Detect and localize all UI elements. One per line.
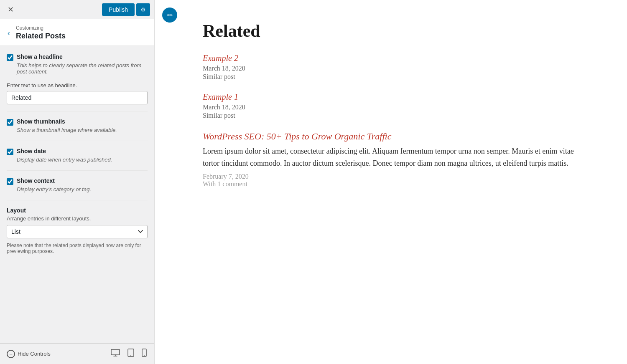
device-icons xyxy=(110,348,148,360)
post-date: February 7, 2020 xyxy=(203,173,579,180)
show-thumbnails-checkbox[interactable] xyxy=(7,119,13,126)
preview-area: ✏ Related Example 2 March 18, 2020 Simil… xyxy=(155,0,627,364)
preview-note: Please note that the related posts displ… xyxy=(7,243,148,254)
post-body: Lorem ipsum dolor sit amet, consectetur … xyxy=(203,145,579,169)
headline-field: Enter text to use as headline. xyxy=(7,82,148,104)
sidebar-content: Show a headline This helps to clearly se… xyxy=(0,46,154,343)
show-headline-desc: This helps to clearly separate the relat… xyxy=(17,62,148,75)
tablet-button[interactable] xyxy=(127,348,135,360)
hide-controls-icon: – xyxy=(7,350,15,358)
related-heading: Related xyxy=(203,21,579,41)
post-title-link[interactable]: Example 2 xyxy=(203,53,579,63)
edit-button[interactable]: ✏ xyxy=(162,8,177,23)
list-item: WordPress SEO: 50+ Tips to Grow Organic … xyxy=(203,131,579,188)
list-item: Example 1 March 18, 2020 Similar post xyxy=(203,92,579,119)
customizing-label: Customizing xyxy=(16,25,66,31)
show-thumbnails-option: Show thumbnails Show a thumbnail image w… xyxy=(7,118,148,133)
section-header: ‹ Customizing Related Posts xyxy=(0,19,154,46)
close-button[interactable]: ✕ xyxy=(4,3,17,16)
post-date: March 18, 2020 xyxy=(203,104,579,111)
sidebar: ✕ Publish ⚙ ‹ Customizing Related Posts … xyxy=(0,0,155,364)
post-title-link[interactable]: Example 1 xyxy=(203,92,579,102)
post-context: Similar post xyxy=(203,73,579,81)
headline-field-label: Enter text to use as headline. xyxy=(7,82,148,88)
svg-point-4 xyxy=(144,355,145,356)
bottom-bar: – Hide Controls xyxy=(0,343,154,364)
headline-input[interactable] xyxy=(7,91,148,104)
show-context-option: Show context Display entry's category or… xyxy=(7,177,148,192)
show-headline-option: Show a headline This helps to clearly se… xyxy=(7,53,148,75)
post-date: March 18, 2020 xyxy=(203,65,579,72)
show-date-label[interactable]: Show date xyxy=(17,148,46,154)
show-context-label[interactable]: Show context xyxy=(17,177,55,184)
show-date-option: Show date Display date when entry was pu… xyxy=(7,148,148,163)
layout-section: Layout Arrange entries in different layo… xyxy=(7,207,148,238)
settings-button[interactable]: ⚙ xyxy=(136,3,150,16)
layout-select[interactable]: List Grid Mosaic xyxy=(7,225,148,238)
show-context-desc: Display entry's category or tag. xyxy=(17,186,148,192)
mobile-button[interactable] xyxy=(141,348,148,360)
list-item: Example 2 March 18, 2020 Similar post xyxy=(203,53,579,81)
svg-rect-0 xyxy=(111,349,120,355)
hide-controls-button[interactable]: – Hide Controls xyxy=(7,350,51,358)
svg-point-2 xyxy=(130,355,131,356)
post-title-link[interactable]: WordPress SEO: 50+ Tips to Grow Organic … xyxy=(203,131,579,142)
show-date-checkbox[interactable] xyxy=(7,149,13,155)
desktop-icon xyxy=(111,349,120,356)
show-thumbnails-desc: Show a thumbnail image where available. xyxy=(17,127,148,133)
post-comment-count: With 1 comment xyxy=(203,180,579,188)
topbar: ✕ Publish ⚙ xyxy=(0,0,154,19)
publish-button[interactable]: Publish xyxy=(102,3,135,16)
show-headline-label[interactable]: Show a headline xyxy=(17,53,63,60)
layout-desc: Arrange entries in different layouts. xyxy=(7,215,148,222)
layout-title: Layout xyxy=(7,207,148,214)
show-context-checkbox[interactable] xyxy=(7,178,13,185)
tablet-icon xyxy=(127,349,134,357)
section-header-text: Customizing Related Posts xyxy=(16,25,66,40)
post-context: Similar post xyxy=(203,112,579,119)
mobile-icon xyxy=(142,349,147,357)
preview-content: Related Example 2 March 18, 2020 Similar… xyxy=(203,13,579,188)
show-date-desc: Display date when entry was published. xyxy=(17,157,148,163)
back-button[interactable]: ‹ xyxy=(8,29,10,37)
desktop-button[interactable] xyxy=(110,348,121,359)
show-headline-checkbox[interactable] xyxy=(7,54,13,61)
show-thumbnails-label[interactable]: Show thumbnails xyxy=(17,118,65,125)
hide-controls-label: Hide Controls xyxy=(18,351,51,357)
topbar-actions: Publish ⚙ xyxy=(102,3,150,16)
section-title: Related Posts xyxy=(16,32,66,40)
